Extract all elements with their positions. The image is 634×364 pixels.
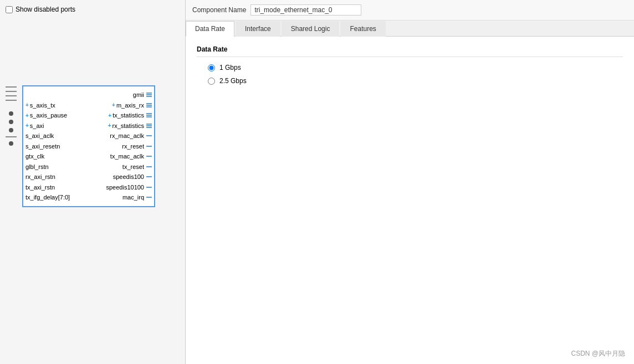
right-port-speedis10100: speedis10100 [106,183,152,192]
right-port-tx-mac-aclk: tx_mac_aclk [110,152,152,161]
right-port-tx-statistics: + tx_statistics [108,111,152,120]
component-name-bar: Component Name tri_mode_ethernet_mac_0 [186,0,634,20]
main-content: Data Rate 1 Gbps 2.5 Gbps [186,37,634,364]
show-disabled-label[interactable]: Show disabled ports [16,6,75,13]
component-row-3: + s_axi + rx_statistics [23,121,154,131]
component-row-5: s_axi_resetn rx_reset [23,141,154,152]
right-port-mac-irq: mac_irq [122,193,152,202]
radio-1-gbps[interactable]: 1 Gbps [208,64,623,71]
left-port-s-axis-pause: + s_axis_pause [25,111,67,120]
tab-data-rate[interactable]: Data Rate [186,21,234,37]
component-name-value: tri_mode_ethernet_mac_0 [250,4,361,16]
component-row-7: glbl_rstn tx_reset [23,162,154,172]
right-panel: Component Name tri_mode_ethernet_mac_0 D… [186,0,634,364]
radio-input-1gbps[interactable] [208,64,215,71]
tab-shared-logic[interactable]: Shared Logic [282,21,340,37]
component-row-2: + s_axis_pause + tx_statistics [23,110,154,121]
rx-stats-bars [146,124,152,128]
component-row-8: rx_axi_rstn speedis100 [23,172,154,182]
right-port-rx-reset: rx_reset [122,142,152,151]
left-port-s-axis-tx: + s_axis_tx [25,101,55,110]
left-port-gtx-clk: gtx_clk [25,152,44,161]
component-row-4: s_axi_aclk rx_mac_aclk [23,131,154,141]
show-disabled-row: Show disabled ports [6,6,180,13]
tabs-bar: Data Rate Interface Shared Logic Feature… [186,20,634,37]
radio-label-2-5gbps: 2.5 Gbps [219,77,247,85]
watermark: CSDN @风中月隐 [571,349,625,358]
left-port-tx-ifg-delay: tx_ifg_delay[7:0] [25,193,70,202]
left-port-rx-axi-rstn: rx_axi_rstn [25,172,55,182]
left-port-s-axi-aclk: s_axi_aclk [25,131,54,141]
right-port-tx-reset: tx_reset [122,162,152,172]
component-box: gmii + s_axis_tx + m_axis_rx [22,85,155,207]
data-rate-radio-group: 1 Gbps 2.5 Gbps [197,64,623,85]
m-axis-rx-bars [146,103,152,107]
component-block: gmii + s_axis_tx + m_axis_rx [22,85,180,207]
radio-2-5-gbps[interactable]: 2.5 Gbps [208,77,623,85]
tab-interface[interactable]: Interface [236,21,280,37]
left-port-s-axi: + s_axi [25,121,44,131]
left-port-glbl-rstn: glbl_rstn [25,162,49,172]
right-port-m-axis-rx: + m_axis_rx [112,101,152,110]
gmii-bars [146,93,152,97]
component-row-9: tx_axi_rstn speedis10100 [23,182,154,193]
component-row-1: + s_axis_tx + m_axis_rx [23,100,154,111]
component-row-gmii: gmii [23,90,154,100]
component-row-6: gtx_clk tx_mac_aclk [23,151,154,162]
right-port-gmii: gmii [133,90,152,100]
show-disabled-checkbox[interactable] [6,6,13,13]
radio-input-2-5gbps[interactable] [208,78,215,85]
component-name-label: Component Name [192,6,246,14]
component-row-10: tx_ifg_delay[7:0] mac_irq [23,192,154,203]
left-port-s-axi-resetn: s_axi_resetn [25,142,60,151]
data-rate-title: Data Rate [197,45,623,57]
tab-features[interactable]: Features [340,21,385,37]
right-port-rx-statistics: + rx_statistics [108,121,152,131]
tx-stats-bars [146,113,152,117]
left-port-tx-axi-rstn: tx_axi_rstn [25,183,55,192]
right-port-speedis100: speedis100 [113,172,152,182]
left-panel: Show disabled ports gmii [0,0,186,364]
radio-label-1gbps: 1 Gbps [219,64,241,71]
right-port-rx-mac-aclk: rx_mac_aclk [110,131,152,141]
